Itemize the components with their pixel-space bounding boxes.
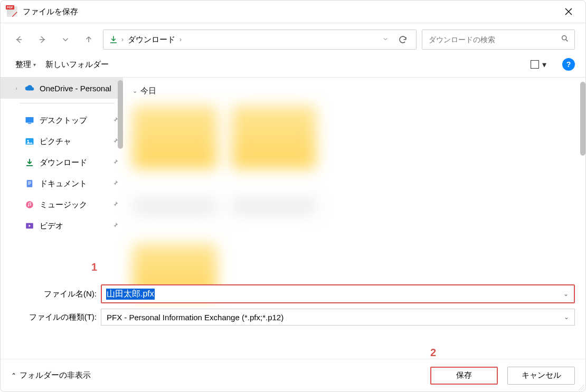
cloud-icon xyxy=(24,83,35,93)
svg-rect-6 xyxy=(28,181,31,182)
view-square-icon xyxy=(531,60,539,69)
sidebar-item-label: ピクチャ xyxy=(40,137,71,147)
sidebar-item-label: OneDrive - Personal xyxy=(40,84,111,93)
group-label: 今日 xyxy=(140,86,156,96)
up-button[interactable] xyxy=(80,31,98,49)
view-options[interactable]: ▾ xyxy=(531,60,546,70)
nav-row: › ダウンロード › xyxy=(1,23,585,56)
video-icon xyxy=(24,221,35,231)
help-button[interactable]: ? xyxy=(562,58,575,71)
chevron-up-icon: ⌃ xyxy=(11,372,16,379)
download-icon xyxy=(24,157,35,168)
file-thumb[interactable] xyxy=(232,106,316,169)
sidebar-item-label: デスクトップ xyxy=(40,116,87,126)
organize-menu[interactable]: 整理▾ xyxy=(15,60,36,70)
svg-rect-5 xyxy=(27,180,33,187)
filename-dropdown[interactable]: ⌄ xyxy=(558,290,574,298)
annotation-2: 2 xyxy=(430,347,436,359)
filetype-label: ファイルの種類(T): xyxy=(11,312,101,322)
music-icon xyxy=(24,199,35,210)
sidebar-item-music[interactable]: ミュージック xyxy=(1,194,123,215)
svg-point-11 xyxy=(30,205,31,206)
group-header-today[interactable]: ⌄今日 xyxy=(133,86,576,96)
chevron-right-icon: › xyxy=(13,85,20,91)
window-title: ファイルを保存 xyxy=(23,7,78,17)
file-content-area[interactable]: ⌄今日 xyxy=(123,78,585,274)
download-icon xyxy=(109,35,118,44)
organize-label: 整理 xyxy=(15,60,31,70)
sidebar-item-onedrive[interactable]: › OneDrive - Personal xyxy=(1,78,123,99)
sidebar-scrollbar[interactable] xyxy=(118,78,123,274)
file-thumb[interactable] xyxy=(232,198,316,214)
main-area: › OneDrive - Personal デスクトップ ピクチャ ダウンロード… xyxy=(1,78,585,274)
close-button[interactable] xyxy=(556,1,581,23)
filetype-value: PFX - Personal Information Exchange (*.p… xyxy=(107,313,283,322)
sidebar-item-video[interactable]: ビデオ xyxy=(1,215,123,236)
history-dropdown[interactable] xyxy=(56,31,74,49)
content-scrollbar[interactable] xyxy=(580,78,585,274)
file-fields-area: 1 ファイル名(N): 山田太郎.pfx ⌄ ファイルの種類(T): PFX -… xyxy=(1,274,585,328)
sidebar-item-documents[interactable]: ドキュメント xyxy=(1,173,123,194)
svg-rect-1 xyxy=(26,117,34,123)
desktop-icon xyxy=(24,115,35,126)
sidebar-item-label: ドキュメント xyxy=(40,179,87,189)
new-folder-button[interactable]: 新しいフォルダー xyxy=(45,60,109,70)
file-thumb[interactable] xyxy=(133,106,217,169)
search-input[interactable] xyxy=(428,35,561,44)
dialog-footer: 2 ⌃フォルダーの非表示 保存 キャンセル xyxy=(1,359,585,391)
sidebar-item-downloads[interactable]: ダウンロード xyxy=(1,152,123,173)
cancel-label: キャンセル xyxy=(522,370,561,380)
resize-grip[interactable] xyxy=(577,383,584,390)
filename-input[interactable]: 山田太郎.pfx ⌄ xyxy=(101,284,575,303)
breadcrumb-dropdown[interactable] xyxy=(378,33,393,46)
svg-rect-8 xyxy=(28,184,30,185)
sidebar-item-label: ダウンロード xyxy=(40,158,87,168)
app-pdf-icon: PDF xyxy=(7,6,17,17)
hide-folders-toggle[interactable]: ⌃フォルダーの非表示 xyxy=(11,370,91,380)
svg-rect-7 xyxy=(28,183,31,184)
back-button[interactable] xyxy=(10,31,28,49)
annotation-1: 1 xyxy=(91,261,97,273)
file-thumbnails-blurred xyxy=(133,106,576,297)
chevron-right-icon: › xyxy=(118,36,127,43)
document-icon xyxy=(24,178,35,189)
chevron-right-icon: › xyxy=(176,36,185,43)
sidebar-item-desktop[interactable]: デスクトップ xyxy=(1,110,123,131)
cancel-button[interactable]: キャンセル xyxy=(507,367,575,385)
filename-value: 山田太郎.pfx xyxy=(106,289,155,300)
sidebar-item-label: ミュージック xyxy=(40,200,87,210)
svg-point-10 xyxy=(28,205,29,206)
search-input-wrap[interactable] xyxy=(422,30,575,50)
chevron-down-icon: ⌄ xyxy=(564,313,569,321)
search-icon[interactable] xyxy=(561,34,569,45)
sidebar-item-label: ビデオ xyxy=(40,221,63,231)
folder-sidebar: › OneDrive - Personal デスクトップ ピクチャ ダウンロード… xyxy=(1,78,123,274)
new-folder-label: 新しいフォルダー xyxy=(45,60,109,70)
breadcrumb[interactable]: › ダウンロード › xyxy=(103,30,417,50)
titlebar: PDF ファイルを保存 xyxy=(1,1,585,23)
hide-folders-label: フォルダーの非表示 xyxy=(20,370,91,380)
toolbar-row: 整理▾ 新しいフォルダー ▾ ? xyxy=(1,56,585,77)
filename-label: ファイル名(N): xyxy=(11,289,101,299)
sidebar-item-pictures[interactable]: ピクチャ xyxy=(1,131,123,152)
file-thumb[interactable] xyxy=(133,198,217,214)
filetype-select[interactable]: PFX - Personal Information Exchange (*.p… xyxy=(101,309,575,326)
breadcrumb-item-downloads[interactable]: ダウンロード xyxy=(127,34,176,46)
svg-point-9 xyxy=(26,201,33,208)
pictures-icon xyxy=(24,136,35,147)
save-label: 保存 xyxy=(456,370,472,380)
svg-point-0 xyxy=(562,36,566,40)
refresh-button[interactable] xyxy=(393,35,413,44)
svg-point-4 xyxy=(27,140,29,141)
svg-rect-2 xyxy=(28,123,31,124)
save-button[interactable]: 保存 xyxy=(430,367,498,385)
forward-button[interactable] xyxy=(33,31,51,49)
